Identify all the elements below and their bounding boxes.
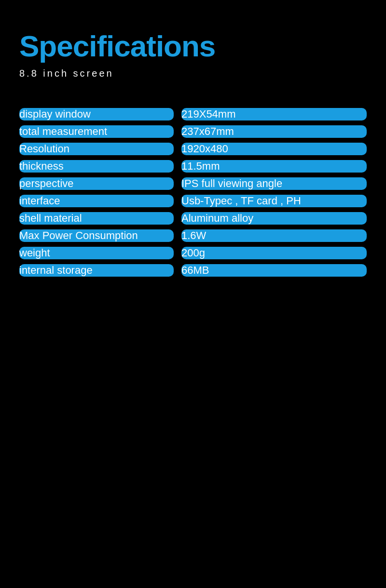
page-subtitle: 8.8 inch screen [19,68,367,79]
spec-spacer [174,143,181,155]
spec-label: perspective [19,177,174,190]
spec-spacer [174,247,181,259]
spec-value: 11.5mm [181,160,367,173]
spec-value: 200g [181,247,367,259]
table-row: thickness11.5mm [19,160,367,173]
table-row: total measurement237x67mm [19,125,367,138]
spec-value: 1920x480 [181,143,367,155]
table-row: internal storage66MB [19,264,367,277]
spec-value: Usb-Typec , TF card , PH [181,195,367,207]
spec-spacer [174,160,181,173]
table-row: interfaceUsb-Typec , TF card , PH [19,195,367,207]
spec-label: total measurement [19,125,174,138]
table-row: Resolution1920x480 [19,143,367,155]
spec-label: weight [19,247,174,259]
spec-spacer [174,177,181,190]
spec-spacer [174,125,181,138]
spec-spacer [174,195,181,207]
spec-spacer [174,229,181,242]
spec-label: Max Power Consumption [19,229,174,242]
table-row: Max Power Consumption1.6W [19,229,367,242]
spec-spacer [174,264,181,277]
spec-label: shell material [19,212,174,225]
spec-value: 1.6W [181,229,367,242]
page-title: Specifications [19,29,367,63]
specs-table: display window219X54mmtotal measurement2… [19,103,367,281]
spec-label: display window [19,108,174,120]
table-row: perspectiveIPS full viewing angle [19,177,367,190]
table-row: display window219X54mm [19,108,367,120]
spec-label: internal storage [19,264,174,277]
spec-value: 237x67mm [181,125,367,138]
spec-label: thickness [19,160,174,173]
spec-label: Resolution [19,143,174,155]
spec-spacer [174,212,181,225]
spec-label: interface [19,195,174,207]
table-row: weight200g [19,247,367,259]
spec-value: 219X54mm [181,108,367,120]
spec-value: IPS full viewing angle [181,177,367,190]
spec-spacer [174,108,181,120]
spec-value: 66MB [181,264,367,277]
table-row: shell materialAluminum alloy [19,212,367,225]
spec-value: Aluminum alloy [181,212,367,225]
